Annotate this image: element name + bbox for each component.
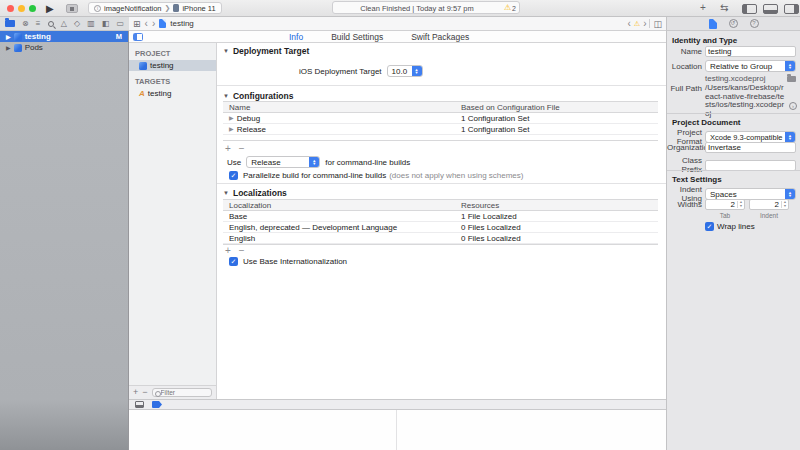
parallelize-checkbox[interactable]: ✓ — [229, 171, 238, 180]
quick-help-inspector-tab-icon[interactable]: ? — [750, 19, 759, 28]
add-button[interactable]: + — [133, 388, 138, 397]
localizations-table: Localization Resources Base 1 File Local… — [223, 199, 658, 245]
jumpbar-file-name[interactable]: testing — [170, 19, 194, 28]
section-disclosure-icon[interactable]: ▼ — [223, 48, 229, 54]
scheme-selector[interactable]: i imageNotification ❯ iPhone 11 — [88, 2, 222, 14]
sidebar-item-project-testing[interactable]: testing — [129, 60, 216, 71]
base-internationalization-checkbox[interactable]: ✓ — [229, 257, 238, 266]
tab-width-stepper[interactable]: 2 ▲▼ — [705, 199, 745, 210]
table-row-release[interactable]: ▶Release 1 Configuration Set — [223, 124, 658, 135]
remove-configuration-button[interactable]: − — [239, 144, 245, 153]
navigator-item-pods[interactable]: ▶ Pods — [0, 42, 128, 53]
folder-icon[interactable] — [787, 76, 796, 82]
configurations-section-header[interactable]: ▼ Configurations — [223, 91, 293, 101]
name-input[interactable] — [708, 47, 793, 56]
disclosure-icon[interactable]: ▶ — [6, 45, 11, 51]
console-split-divider[interactable] — [396, 410, 397, 450]
window-minimize-button[interactable] — [18, 5, 25, 12]
parallelize-row: ✓ Parallelize build for command-line bui… — [229, 171, 523, 180]
inspector-tab-bar: ↺ ? — [666, 17, 800, 31]
next-issue-button[interactable]: › — [643, 19, 646, 29]
section-disclosure-icon[interactable]: ▼ — [223, 93, 229, 99]
warning-badge[interactable]: ⚠ 2 — [504, 4, 516, 12]
row-disclosure-icon[interactable]: ▶ — [229, 115, 234, 121]
back-button[interactable]: ‹ — [145, 19, 148, 29]
report-navigator-tab-icon[interactable]: ▭ — [116, 19, 124, 29]
tab-build-settings[interactable]: Build Settings — [331, 32, 383, 42]
navigator-toggle-button[interactable] — [742, 4, 757, 14]
deployment-target-section-header[interactable]: ▼ Deployment Target — [223, 46, 309, 56]
table-row-english-deprecated[interactable]: English, deprecated — Development Langua… — [223, 222, 658, 233]
inspector-toggle-button[interactable] — [784, 4, 799, 14]
find-navigator-tab-icon[interactable] — [48, 21, 54, 27]
section-disclosure-icon[interactable]: ▼ — [223, 190, 229, 196]
navigator-item-testing[interactable]: ▶ testing M — [0, 31, 128, 42]
sidebar-item-target-testing[interactable]: A testing — [129, 88, 216, 99]
wrap-lines-checkbox[interactable]: ✓ — [705, 222, 714, 231]
history-inspector-tab-icon[interactable]: ↺ — [729, 19, 738, 28]
project-targets-sidebar: PROJECT testing TARGETS A testing — [129, 43, 217, 385]
row-disclosure-icon[interactable]: ▶ — [229, 126, 234, 132]
warning-icon: ⚠ — [504, 4, 511, 12]
test-navigator-tab-icon[interactable]: ◇ — [74, 19, 80, 29]
navigator-item-label: testing — [25, 32, 51, 41]
column-header-file[interactable]: Based on Configuration File — [461, 103, 658, 112]
config-file: 1 Configuration Set — [461, 114, 658, 123]
build-status-text: Clean Finished | Today at 9:57 pm — [333, 4, 501, 13]
localization-resources: 0 Files Localized — [461, 223, 658, 232]
column-header-resources[interactable]: Resources — [461, 201, 658, 210]
stop-button[interactable] — [66, 4, 78, 13]
column-header-localization[interactable]: Localization — [223, 201, 461, 210]
window-zoom-button[interactable] — [29, 5, 36, 12]
debug-area-collapse-icon[interactable] — [135, 401, 144, 408]
dropdown-stepper-icon: ▲▼ — [785, 61, 795, 71]
file-inspector-tab-icon[interactable] — [709, 19, 717, 29]
breakpoint-navigator-tab-icon[interactable]: ◧ — [102, 19, 110, 29]
add-localization-button[interactable]: + — [225, 246, 231, 255]
project-navigator-tab-icon[interactable] — [5, 20, 15, 27]
add-configuration-button[interactable]: + — [225, 144, 231, 153]
related-items-icon[interactable]: ⊞ — [133, 19, 141, 29]
editor-layout-button[interactable]: ◫ — [653, 19, 662, 29]
file-name-row: testing.xcodeproj — [667, 74, 800, 83]
organization-input[interactable] — [708, 143, 793, 152]
localizations-section-header[interactable]: ▼ Localizations — [223, 188, 287, 198]
window-close-button[interactable] — [7, 5, 14, 12]
remove-localization-button[interactable]: − — [239, 246, 245, 255]
remove-button[interactable]: − — [142, 388, 147, 397]
warning-count: 2 — [512, 5, 516, 12]
jumpbar-warning-icon[interactable]: ⚠ — [634, 20, 640, 28]
table-row-debug[interactable]: ▶Debug 1 Configuration Set — [223, 113, 658, 124]
forward-button[interactable]: › — [152, 19, 155, 29]
filter-input[interactable] — [161, 389, 209, 396]
breakpoints-toggle-button[interactable] — [152, 401, 162, 408]
file-inspector-panel: Identity and Type Name Location Relative… — [666, 31, 800, 450]
debug-area-toggle-button[interactable] — [763, 4, 778, 14]
debug-navigator-tab-icon[interactable]: ▥ — [87, 19, 95, 29]
widths-row: Widths 2 ▲▼ 2 ▲▼ — [667, 199, 800, 210]
tab-info[interactable]: Info — [289, 32, 303, 42]
table-row-base[interactable]: Base 1 File Localized — [223, 211, 658, 222]
dropdown-value: Xcode 9.3-compatible — [710, 133, 783, 142]
symbol-navigator-tab-icon[interactable]: ≡ — [36, 19, 41, 29]
reveal-in-finder-icon[interactable]: › — [789, 102, 797, 110]
location-dropdown[interactable]: Relative to Group ▲▼ — [705, 60, 796, 72]
issue-navigator-tab-icon[interactable]: △ — [61, 19, 67, 29]
tab-swift-packages[interactable]: Swift Packages — [411, 32, 469, 42]
xcode-window: ▶ i imageNotification ❯ iPhone 11 Clean … — [0, 0, 800, 450]
sidebar-toggle-button[interactable] — [133, 33, 143, 41]
location-label: Location — [667, 62, 705, 71]
class-prefix-input[interactable] — [708, 161, 793, 170]
previous-issue-button[interactable]: ‹ — [628, 19, 631, 29]
library-button[interactable]: + — [700, 3, 706, 13]
source-control-navigator-tab-icon[interactable]: ⊗ — [22, 19, 29, 29]
ios-deployment-target-dropdown[interactable]: 10.0 ▲▼ — [387, 65, 423, 77]
command-line-config-dropdown[interactable]: Release ▲▼ — [246, 156, 320, 168]
disclosure-icon[interactable]: ▶ — [6, 34, 11, 40]
run-button[interactable]: ▶ — [46, 3, 54, 14]
code-review-button[interactable]: ⇆ — [720, 3, 728, 13]
table-row-english[interactable]: English 0 Files Localized — [223, 233, 658, 244]
indent-width-stepper[interactable]: 2 ▲▼ — [749, 199, 789, 210]
column-header-name[interactable]: Name — [223, 103, 461, 112]
identity-section-header: Identity and Type — [672, 36, 737, 45]
